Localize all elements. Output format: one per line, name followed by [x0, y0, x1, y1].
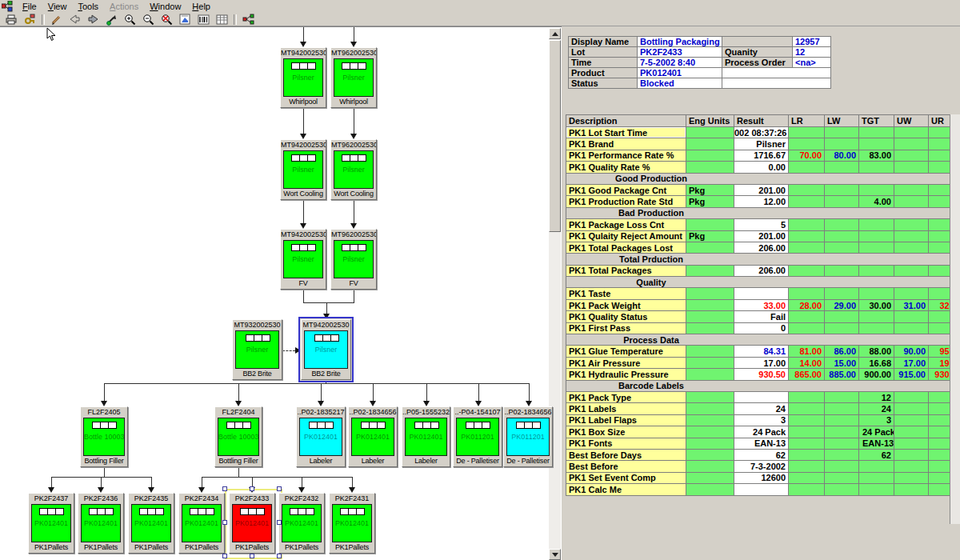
limit-cell[interactable] [894, 484, 929, 495]
result-cell[interactable]: 62 [734, 449, 789, 460]
limit-cell[interactable] [825, 242, 859, 253]
description-cell[interactable]: PK1 Fonts [566, 438, 686, 449]
limit-cell[interactable]: 30.00 [859, 299, 894, 310]
limit-cell[interactable] [825, 426, 859, 438]
eng-units-cell[interactable] [686, 322, 734, 334]
limit-cell[interactable] [929, 461, 951, 472]
eng-units-cell[interactable] [686, 438, 734, 449]
limit-cell[interactable] [825, 414, 859, 426]
limit-cell[interactable] [825, 162, 859, 173]
zoom-out-icon[interactable] [140, 14, 157, 26]
flow-node-pk2f2437[interactable]: PK2F2437PK012401PK1Pallets [28, 493, 74, 554]
description-cell[interactable]: PK1 Pack Weight [566, 299, 686, 310]
limit-cell[interactable] [929, 288, 951, 299]
limit-cell[interactable]: 86.00 [825, 346, 859, 357]
limit-cell[interactable] [929, 414, 951, 426]
limit-cell[interactable]: 885.00 [825, 369, 859, 380]
result-cell[interactable]: 002 08:37:26 [734, 127, 789, 138]
menu-tools[interactable]: Tools [72, 1, 104, 13]
flow-node-p021835217[interactable]: ..P02-1835217PK012401Labeler [296, 406, 346, 467]
flow-node-mt962002530[interactable]: MT962002530PilsnerWort Cooling [330, 139, 377, 200]
limit-cell[interactable] [789, 438, 825, 449]
trend-chart-icon[interactable] [177, 14, 194, 26]
limit-cell[interactable] [789, 138, 825, 150]
result-cell[interactable]: 17.00 [734, 357, 789, 368]
eng-units-cell[interactable] [686, 449, 734, 460]
limit-cell[interactable]: 930.00 [929, 369, 951, 380]
result-cell[interactable]: 24 Pack [734, 426, 789, 438]
limit-cell[interactable] [894, 150, 929, 161]
eng-units-cell[interactable]: Pkg [686, 196, 734, 207]
eng-units-cell[interactable] [686, 403, 734, 414]
description-cell[interactable]: PK1 Air Pressure [566, 357, 686, 368]
limit-cell[interactable]: 95.00 [929, 346, 951, 357]
limit-cell[interactable]: 24 Pack [859, 426, 894, 438]
limit-cell[interactable] [789, 311, 825, 322]
limit-cell[interactable] [929, 403, 951, 414]
result-cell[interactable]: 930.50 [734, 369, 789, 380]
limit-cell[interactable] [894, 414, 929, 426]
limit-cell[interactable] [859, 242, 894, 253]
description-cell[interactable]: PK1 Glue Temperature [566, 346, 686, 357]
description-cell[interactable]: PK1 Labels [566, 403, 686, 414]
eng-units-cell[interactable] [686, 150, 734, 161]
result-cell[interactable]: 201.00 [734, 184, 789, 195]
description-cell[interactable]: PK1 Set Event Comp [566, 472, 686, 483]
limit-cell[interactable]: EAN-13 [859, 438, 894, 449]
limit-cell[interactable] [894, 288, 929, 299]
limit-cell[interactable]: 915.00 [894, 369, 929, 380]
limit-cell[interactable] [894, 472, 929, 483]
description-cell[interactable]: Best Before [566, 461, 686, 472]
limit-cell[interactable]: 900.00 [859, 369, 894, 380]
limit-cell[interactable] [825, 219, 859, 230]
eng-units-cell[interactable] [686, 414, 734, 426]
limit-cell[interactable] [894, 311, 929, 322]
limit-cell[interactable] [825, 311, 859, 322]
limit-cell[interactable] [894, 426, 929, 438]
eng-units-cell[interactable] [686, 461, 734, 472]
limit-cell[interactable]: 3 [859, 414, 894, 426]
description-cell[interactable]: PK1 Hydraulic Pressure [566, 369, 686, 380]
limit-cell[interactable] [859, 184, 894, 195]
limit-cell[interactable] [789, 219, 825, 230]
limit-cell[interactable] [929, 311, 951, 322]
scroll-down-button[interactable] [549, 549, 561, 560]
drilldown-icon[interactable] [103, 14, 120, 26]
limit-cell[interactable]: 70.00 [789, 150, 825, 161]
description-cell[interactable]: PK1 Pack Type [566, 391, 686, 402]
limit-cell[interactable] [825, 196, 859, 207]
limit-cell[interactable]: 15.00 [825, 357, 859, 368]
limit-cell[interactable] [825, 230, 859, 242]
limit-cell[interactable] [894, 242, 929, 253]
scroll-up-button[interactable] [549, 28, 561, 39]
flow-node-p021834656[interactable]: ..P02-1834656PK012401Labeler [348, 406, 398, 467]
eng-units-cell[interactable] [686, 265, 734, 276]
result-cell[interactable]: 0.00 [734, 162, 789, 173]
limit-cell[interactable] [929, 138, 951, 150]
limit-cell[interactable]: 32.00 [929, 299, 951, 310]
eng-units-cell[interactable] [686, 311, 734, 322]
menu-file[interactable]: File [17, 1, 42, 13]
limit-cell[interactable] [859, 484, 894, 495]
eng-units-cell[interactable] [686, 162, 734, 173]
limit-cell[interactable] [929, 426, 951, 438]
limit-cell[interactable] [859, 265, 894, 276]
flow-node-p051555232[interactable]: ..P05-1555232PK012401Labeler [402, 406, 450, 467]
eng-units-cell[interactable] [686, 299, 734, 310]
eng-units-cell[interactable]: Pkg [686, 184, 734, 195]
selection-handle[interactable] [277, 554, 282, 558]
limit-cell[interactable] [894, 461, 929, 472]
result-cell[interactable] [734, 484, 789, 495]
limit-cell[interactable] [789, 391, 825, 402]
description-cell[interactable]: PK1 Qulaity Reject Amount [566, 230, 686, 242]
login-key-icon[interactable] [22, 14, 38, 26]
eng-units-cell[interactable] [686, 357, 734, 368]
menu-view[interactable]: View [42, 1, 73, 13]
limit-cell[interactable]: 4.00 [859, 196, 894, 207]
flow-node-fl2f2404[interactable]: FL2F2404Bottle 10003Bottling Filler [214, 406, 262, 467]
limit-cell[interactable]: 24 [859, 403, 894, 414]
limit-cell[interactable] [825, 438, 859, 449]
selection-handle[interactable] [222, 520, 227, 525]
flow-node-pk2f2436[interactable]: PK2F2436PK012401PK1Pallets [78, 493, 124, 554]
flow-node-pk2f2435[interactable]: PK2F2435PK012401PK1Pallets [128, 493, 174, 554]
